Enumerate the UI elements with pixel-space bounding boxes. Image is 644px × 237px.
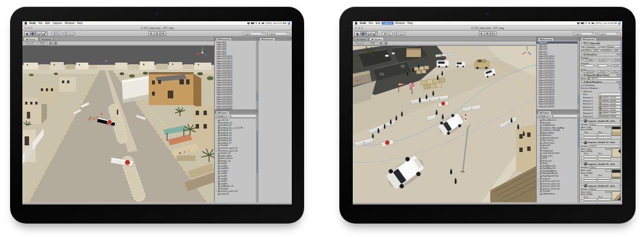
shader-dropdown[interactable]: Diffuse▾ [589, 188, 621, 191]
panel-menu-icon[interactable]: ≡ [577, 37, 578, 40]
foldout-icon[interactable]: ▼ [581, 184, 583, 187]
layers-dropdown[interactable]: Layers▾ [573, 32, 596, 36]
foldout-icon[interactable]: ▸ [538, 134, 539, 137]
prefab-button[interactable]: Select [591, 49, 600, 53]
hand-tool-icon[interactable] [354, 31, 361, 36]
panel-menu-icon[interactable]: ≡ [577, 111, 578, 113]
step-button[interactable] [490, 31, 496, 36]
menubar-clock[interactable]: Sat 9:17 AM [273, 22, 286, 25]
project-search-input[interactable] [550, 115, 578, 118]
offset-y-field[interactable] [598, 179, 611, 182]
layout-dropdown[interactable]: Layout▾ [598, 32, 621, 36]
space-toggle[interactable]: Local [394, 32, 406, 36]
traffic-cone[interactable] [89, 119, 91, 121]
panel-menu-icon[interactable]: ≡ [620, 37, 621, 40]
window-titlebar[interactable]: GTI_Iraq.unity - GTI_Iraq [22, 26, 292, 31]
layers-dropdown[interactable]: Layers▾ [243, 32, 266, 36]
apple-icon[interactable] [25, 22, 27, 25]
tiling-y-field[interactable] [584, 179, 597, 182]
panel-menu-icon[interactable]: ≡ [255, 37, 257, 40]
color-swatch[interactable] [605, 126, 611, 128]
rotation-z-field[interactable]: 2.712576 [610, 64, 621, 67]
window-controls[interactable] [25, 27, 32, 29]
foldout-icon[interactable]: ▸ [216, 190, 217, 193]
wifi-icon[interactable] [247, 22, 250, 25]
tiling-x-field[interactable] [584, 134, 597, 136]
move-tool-icon[interactable] [360, 31, 366, 36]
menu-help[interactable]: Help [75, 22, 84, 25]
input-language-flag-icon[interactable] [262, 22, 264, 24]
grab-app-icon[interactable] [288, 22, 290, 24]
shader-dropdown[interactable]: Diffuse▾ [589, 166, 621, 169]
material-element-field[interactable]: iraqtown_tileable [598, 102, 621, 105]
foldout-icon[interactable]: ▼ [581, 163, 583, 165]
material-element-field[interactable]: iraqtown_tileable [598, 115, 621, 118]
shader-dropdown[interactable]: Diffuse▾ [589, 145, 621, 148]
foldout-icon[interactable]: ▼ [581, 141, 583, 144]
overlay-toggle-icon[interactable] [54, 42, 57, 45]
inspector-scrollbar[interactable] [621, 41, 623, 203]
traffic-cone[interactable] [101, 113, 103, 115]
render-mode-dropdown[interactable]: Textured▾ [354, 42, 367, 45]
hierarchy-item[interactable]: Object22154546 [216, 108, 255, 110]
menu-capture[interactable]: Capture [382, 22, 394, 25]
foldout-icon[interactable]: ▼ [581, 120, 583, 122]
prefab-button[interactable]: Open [612, 49, 621, 53]
color-swatch[interactable] [605, 148, 611, 150]
layout-dropdown[interactable]: Layout▾ [267, 32, 290, 36]
offset-x-field[interactable] [598, 155, 611, 158]
menu-edit[interactable]: Edit [375, 22, 382, 25]
render-mode-dropdown[interactable]: Textured▾ [23, 42, 37, 45]
bluetooth-icon[interactable] [585, 22, 587, 24]
color-swatch[interactable] [605, 191, 611, 193]
panel-menu-icon[interactable]: ≡ [290, 37, 291, 40]
tab-game[interactable]: Game [39, 37, 54, 41]
menu-window[interactable]: Window [394, 22, 406, 25]
overlay-toggle-icon[interactable] [384, 42, 387, 45]
lighting-toggle-icon[interactable] [49, 42, 53, 45]
scale-tool-icon[interactable] [372, 31, 378, 36]
texture-thumbnail[interactable] [612, 169, 621, 179]
project-item[interactable]: ▸ sand_01 [216, 193, 255, 196]
material-element-field[interactable]: iraqtown_tileable [598, 112, 621, 115]
pedestrian[interactable] [117, 110, 118, 115]
volume-icon[interactable] [588, 22, 590, 25]
tab-scene[interactable]: Scene [23, 37, 39, 41]
input-language-flag-icon[interactable] [591, 22, 594, 24]
tiling-y-field[interactable] [584, 136, 597, 139]
color-mode-dropdown[interactable]: RGB▾ [368, 42, 378, 45]
apple-icon[interactable] [355, 22, 357, 25]
menu-file[interactable]: File [37, 22, 44, 25]
texture-thumbnail[interactable] [612, 148, 621, 158]
tiling-x-field[interactable] [584, 155, 597, 158]
humvee[interactable] [474, 59, 490, 70]
space-toggle[interactable]: Local [64, 32, 75, 36]
position-z-field[interactable]: 0.7049639 [610, 59, 621, 61]
battery-icon[interactable] [581, 22, 584, 24]
tag-dropdown[interactable]: Untagged▾ [585, 45, 599, 48]
material-element-field[interactable]: iraqtown_tileable [598, 108, 621, 111]
offset-y-field[interactable] [598, 158, 611, 160]
help-icon[interactable] [617, 54, 618, 55]
rotate-tool-icon[interactable] [36, 31, 42, 36]
foldout-icon[interactable]: ▸ [538, 172, 539, 175]
foldout-icon[interactable]: ▸ [538, 188, 539, 191]
material-element-field[interactable]: iraqtown_tileable [598, 99, 621, 102]
shader-dropdown[interactable]: Diffuse▾ [589, 123, 621, 126]
tiling-x-field[interactable] [584, 198, 597, 201]
project-search-input[interactable] [228, 115, 257, 118]
help-icon[interactable] [617, 74, 618, 76]
scale-z-field[interactable]: 0.9904177 [610, 70, 621, 73]
window-titlebar[interactable]: GTI_Iraq.unity - GTI_Iraq [353, 26, 622, 31]
position-x-field[interactable]: -29.62885 [583, 59, 594, 61]
menu-help[interactable]: Help [406, 22, 414, 25]
help-icon[interactable] [617, 81, 618, 83]
texture-thumbnail[interactable] [612, 126, 621, 136]
rotation-y-field[interactable]: 0 [597, 64, 608, 67]
menu-window[interactable]: Window [63, 22, 75, 25]
pause-button[interactable] [154, 31, 160, 36]
wifi-icon[interactable] [577, 22, 580, 25]
mesh-field[interactable]: Object02 [587, 77, 621, 80]
tiling-y-field[interactable] [584, 158, 597, 160]
color-swatch[interactable] [605, 169, 611, 171]
